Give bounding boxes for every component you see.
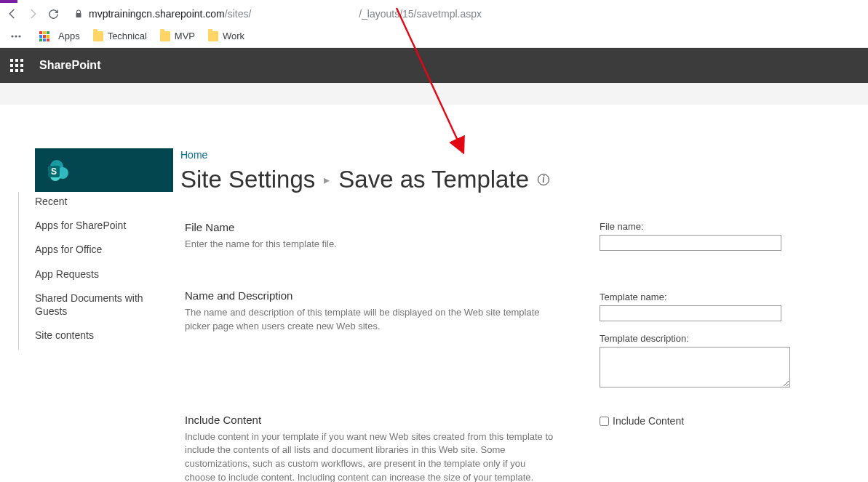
- site-logo-tile[interactable]: S: [35, 148, 173, 192]
- suite-bar: SharePoint: [0, 48, 868, 83]
- svg-rect-8: [47, 35, 49, 38]
- back-icon[interactable]: [6, 7, 19, 20]
- template-name-input[interactable]: [600, 305, 781, 321]
- chevron-right-icon: ▸: [324, 173, 330, 187]
- svg-rect-4: [43, 31, 46, 34]
- nav-recent[interactable]: Recent: [35, 192, 167, 211]
- form-fields: File name: Template name: Template descr…: [600, 221, 811, 482]
- section-desc: Include content in your template if you …: [185, 430, 556, 482]
- section-desc: The name and description of this templat…: [185, 306, 556, 334]
- bookmark-label: Work: [223, 31, 244, 41]
- url-text: mvptrainingcn.sharepoint.com/sites/ /_la…: [89, 8, 482, 20]
- browser-address-bar: mvptrainingcn.sharepoint.com/sites/ /_la…: [0, 3, 868, 25]
- folder-icon: [93, 31, 103, 41]
- info-icon[interactable]: i: [538, 174, 549, 185]
- bookmark-label: Technical: [108, 31, 147, 41]
- nav-apps-sharepoint[interactable]: Apps for SharePoint: [35, 216, 167, 235]
- include-content-label: Include Content: [613, 415, 684, 427]
- field-include-content: Include Content: [600, 415, 811, 427]
- svg-rect-10: [43, 39, 46, 41]
- page-title: Site Settings ▸ Save as Template i: [180, 166, 868, 193]
- template-name-label: Template name:: [600, 292, 811, 302]
- section-heading: Name and Description: [185, 289, 556, 302]
- svg-point-0: [11, 35, 13, 37]
- section-heading: File Name: [185, 221, 556, 233]
- template-desc-label: Template description:: [600, 333, 811, 344]
- field-template-desc: Template description:: [600, 333, 811, 390]
- content-col: Home Site Settings ▸ Save as Template i …: [180, 126, 868, 482]
- left-nav: Recent Apps for SharePoint Apps for Offi…: [18, 192, 167, 350]
- svg-point-2: [18, 35, 20, 37]
- field-template-name: Template name:: [600, 292, 811, 321]
- apps-icon: [39, 31, 49, 41]
- form-descriptions: File Name Enter the name for this templa…: [185, 221, 556, 482]
- section-name-desc: Name and Description The name and descri…: [185, 289, 556, 334]
- ribbon-spacer: [0, 83, 868, 105]
- title-site-settings[interactable]: Site Settings: [180, 166, 315, 193]
- extensions-icon[interactable]: [10, 31, 22, 42]
- section-include-content: Include Content Include content in your …: [185, 414, 556, 482]
- svg-rect-9: [39, 39, 42, 41]
- svg-text:S: S: [51, 166, 57, 177]
- app-launcher-icon[interactable]: [10, 59, 23, 72]
- bookmark-label: MVP: [175, 31, 195, 41]
- section-desc: Enter the name for this template file.: [185, 238, 556, 252]
- svg-rect-7: [43, 35, 46, 38]
- svg-rect-5: [47, 31, 49, 34]
- apps-label: Apps: [58, 31, 80, 41]
- section-heading: Include Content: [185, 414, 556, 426]
- bookmark-work[interactable]: Work: [208, 31, 244, 41]
- template-desc-textarea[interactable]: [600, 347, 790, 387]
- sharepoint-logo-icon: S: [45, 157, 71, 183]
- bookmarks-bar: Apps Technical MVP Work: [0, 25, 868, 48]
- svg-point-1: [15, 35, 17, 37]
- reload-icon[interactable]: [47, 7, 60, 20]
- svg-rect-11: [47, 39, 49, 41]
- url-area[interactable]: mvptrainingcn.sharepoint.com/sites/ /_la…: [67, 8, 862, 20]
- nav-shared-docs-guests[interactable]: Shared Documents with Guests: [35, 289, 167, 321]
- title-save-as-template: Save as Template: [338, 166, 529, 193]
- file-name-label: File name:: [600, 221, 811, 232]
- include-content-checkbox[interactable]: [600, 417, 609, 426]
- folder-icon: [208, 31, 218, 41]
- file-name-input[interactable]: [600, 235, 781, 251]
- lock-icon: [74, 9, 83, 18]
- bookmark-technical[interactable]: Technical: [93, 31, 147, 41]
- nav-apps-office[interactable]: Apps for Office: [35, 240, 167, 259]
- apps-shortcut[interactable]: Apps: [39, 31, 80, 41]
- svg-rect-6: [39, 35, 42, 38]
- section-file-name: File Name Enter the name for this templa…: [185, 221, 556, 252]
- forward-icon[interactable]: [26, 7, 39, 20]
- field-file-name: File name:: [600, 221, 811, 251]
- bookmark-mvp[interactable]: MVP: [160, 31, 195, 41]
- svg-rect-3: [39, 31, 42, 34]
- suite-title[interactable]: SharePoint: [39, 59, 100, 72]
- nav-app-requests[interactable]: App Requests: [35, 265, 167, 284]
- folder-icon: [160, 31, 170, 41]
- home-link[interactable]: Home: [180, 149, 207, 161]
- nav-site-contents[interactable]: Site contents: [35, 326, 167, 345]
